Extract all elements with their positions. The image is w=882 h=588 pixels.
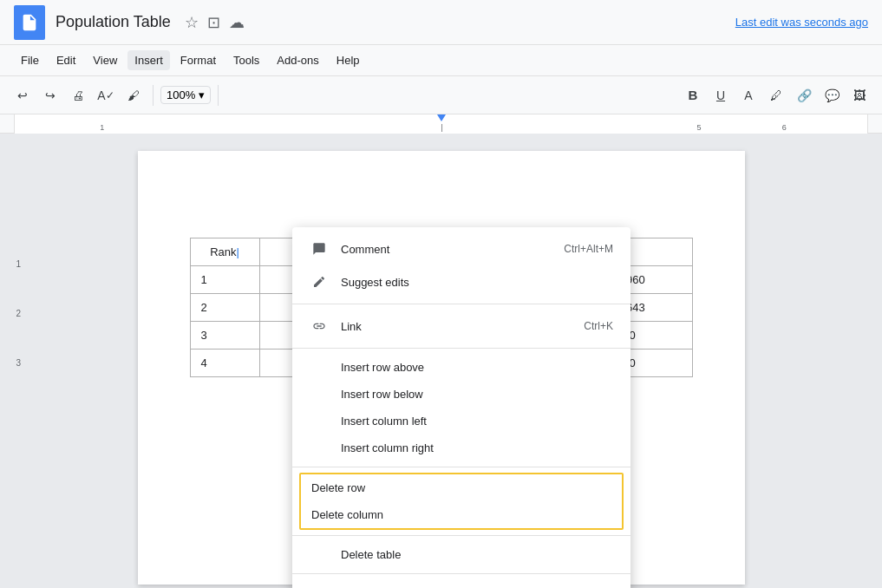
ctx-section-insert: Insert row above Insert row below Insert… (292, 349, 630, 467)
spellcheck-button[interactable]: A✓ (94, 83, 118, 108)
ctx-section-delete-table: Delete table (292, 536, 630, 574)
ctx-insert-row-below[interactable]: Insert row below (292, 381, 630, 408)
comment-button[interactable]: 💬 (820, 83, 844, 108)
ctx-section-link: Link Ctrl+K (292, 304, 630, 349)
link-button[interactable]: 🔗 (792, 83, 816, 108)
ctx-insert-col-right[interactable]: Insert column right (292, 434, 630, 461)
highlighted-delete-group: Delete row Delete column (299, 473, 624, 530)
menu-insert[interactable]: Insert (127, 50, 170, 70)
ctx-distribute-rows[interactable]: Distribute rows (292, 579, 630, 588)
menu-addons[interactable]: Add-ons (270, 50, 325, 70)
redo-button[interactable]: ↪ (38, 83, 62, 108)
menu-format[interactable]: Format (173, 50, 223, 70)
ctx-insert-row-above-label: Insert row above (341, 361, 613, 374)
print-button[interactable]: 🖨 (66, 83, 90, 108)
ctx-delete-column[interactable]: Delete column (301, 501, 622, 528)
ruler: 1 | 5 6 (0, 114, 882, 134)
ctx-comment-shortcut: Ctrl+Alt+M (564, 243, 613, 255)
ctx-delete-table-label: Delete table (341, 548, 613, 561)
ctx-delete-row-label: Delete row (311, 481, 365, 494)
doc-icon (14, 5, 45, 40)
line-num-1: 1 (0, 259, 26, 269)
menu-bar: File Edit View Insert Format Tools Add-o… (0, 45, 882, 76)
paint-button[interactable]: 🖌 (121, 83, 146, 108)
cell-rank-3[interactable]: 3 (190, 322, 259, 350)
text-color-button[interactable]: A (736, 83, 761, 108)
undo-button[interactable]: ↩ (10, 83, 35, 108)
menu-view[interactable]: View (86, 50, 124, 70)
document-area[interactable]: 1 2 3 Rank Population 1 1,405,877,960 (0, 134, 882, 588)
ctx-insert-row-above[interactable]: Insert row above (292, 354, 630, 381)
last-edit-status[interactable]: Last edit was seconds ago (735, 16, 868, 29)
ctx-suggest[interactable]: Suggest edits (292, 265, 630, 298)
ctx-comment[interactable]: Comment Ctrl+Alt+M (292, 232, 630, 265)
ctx-delete-row[interactable]: Delete row (301, 474, 622, 501)
suggest-icon (310, 272, 329, 291)
menu-tools[interactable]: Tools (226, 50, 266, 70)
ctx-link-label: Link (341, 320, 584, 333)
ctx-insert-col-left-label: Insert column left (341, 415, 613, 428)
line-num-3: 3 (0, 358, 26, 368)
cell-rank-2[interactable]: 2 (190, 294, 259, 322)
title-icons: ☆ ⊡ ☁ (185, 13, 245, 32)
ctx-delete-table[interactable]: Delete table (292, 541, 630, 568)
ctx-section-comment: Comment Ctrl+Alt+M Suggest edits (292, 227, 630, 304)
line-numbers: 1 2 3 (0, 134, 26, 588)
ctx-suggest-label: Suggest edits (341, 276, 613, 289)
cell-rank-1[interactable]: 1 (190, 266, 259, 294)
ctx-section-delete-highlighted: Delete row Delete column (292, 467, 630, 536)
toolbar: ↩ ↪ 🖨 A✓ 🖌 100% ▾ B U A 🖊 🔗 💬 🖼 (0, 76, 882, 114)
ctx-delete-column-label: Delete column (311, 508, 383, 521)
toolbar-divider-2 (218, 85, 219, 106)
menu-file[interactable]: File (14, 50, 46, 70)
toolbar-divider-1 (153, 85, 154, 106)
ctx-insert-row-below-label: Insert row below (341, 388, 613, 401)
title-bar: Population Table ☆ ⊡ ☁ Last edit was sec… (0, 0, 882, 45)
zoom-dropdown-icon: ▾ (199, 88, 205, 101)
cloud-icon[interactable]: ☁ (229, 13, 245, 32)
link-icon (310, 317, 329, 336)
cell-rank-4[interactable]: 4 (190, 350, 259, 377)
zoom-selector[interactable]: 100% ▾ (160, 86, 211, 104)
document-title[interactable]: Population Table (56, 13, 171, 31)
image-button[interactable]: 🖼 (847, 83, 872, 108)
underline-button[interactable]: U (709, 83, 733, 108)
menu-edit[interactable]: Edit (49, 50, 82, 70)
line-num-2: 2 (0, 309, 26, 318)
highlight-button[interactable]: 🖊 (764, 83, 788, 108)
bold-button[interactable]: B (681, 83, 705, 108)
ctx-section-distribute: Distribute rows Distribute columns (292, 574, 630, 588)
header-rank[interactable]: Rank (190, 238, 259, 266)
ctx-insert-col-left[interactable]: Insert column left (292, 408, 630, 434)
folder-icon[interactable]: ⊡ (207, 13, 220, 32)
star-icon[interactable]: ☆ (185, 13, 199, 32)
context-menu: Comment Ctrl+Alt+M Suggest edits Link (292, 227, 630, 588)
ruler-tab[interactable] (437, 114, 446, 121)
ctx-comment-label: Comment (341, 243, 564, 256)
menu-help[interactable]: Help (330, 50, 367, 70)
comment-icon (310, 239, 329, 258)
ctx-link-shortcut: Ctrl+K (584, 320, 613, 332)
ctx-insert-col-right-label: Insert column right (341, 441, 613, 454)
zoom-value: 100% (167, 88, 195, 101)
ctx-link[interactable]: Link Ctrl+K (292, 310, 630, 343)
ruler-inner: 1 | 5 6 (14, 114, 868, 134)
